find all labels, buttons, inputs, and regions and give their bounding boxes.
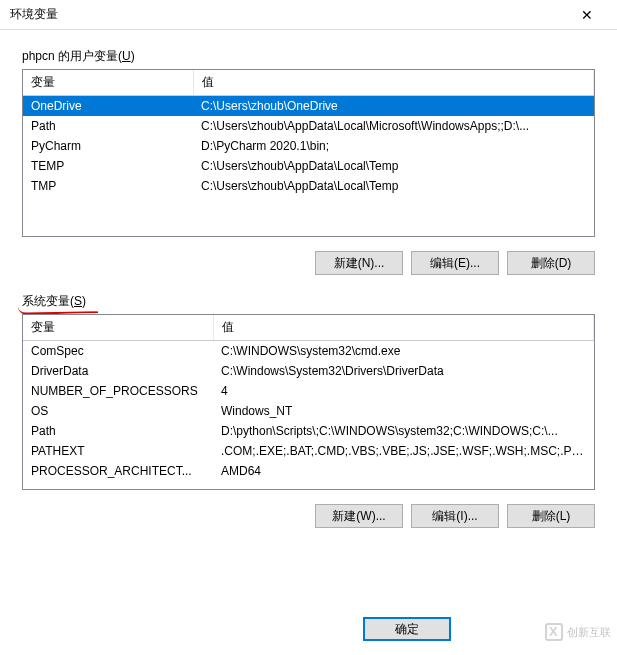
system-vars-buttons: 新建(W)... 编辑(I)... 删除(L)	[22, 490, 595, 546]
watermark: 创新互联	[545, 623, 611, 641]
system-vars-table-wrap[interactable]: 变量 值 ComSpecC:\WINDOWS\system32\cmd.exeD…	[22, 314, 595, 490]
var-name-cell: NUMBER_OF_PROCESSORS	[23, 381, 213, 401]
var-value-cell: AMD64	[213, 461, 594, 481]
watermark-text: 创新互联	[567, 625, 611, 640]
sys-col-name[interactable]: 变量	[23, 315, 213, 341]
titlebar: 环境变量 ✕	[0, 0, 617, 30]
var-name-cell: Path	[23, 421, 213, 441]
system-vars-section: 系统变量(S) 变量 值 ComSpecC:\WINDOWS\system32\…	[22, 293, 595, 546]
var-value-cell: C:\Windows\System32\Drivers\DriverData	[213, 361, 594, 381]
table-row[interactable]: DriverDataC:\Windows\System32\Drivers\Dr…	[23, 361, 594, 381]
table-row[interactable]: ComSpecC:\WINDOWS\system32\cmd.exe	[23, 341, 594, 362]
system-vars-table: 变量 值 ComSpecC:\WINDOWS\system32\cmd.exeD…	[23, 315, 594, 481]
table-row[interactable]: PROCESSOR_ARCHITECT...AMD64	[23, 461, 594, 481]
user-col-name[interactable]: 变量	[23, 70, 193, 96]
var-name-cell: OneDrive	[23, 96, 193, 117]
var-value-cell: 4	[213, 381, 594, 401]
table-row[interactable]: TEMPC:\Users\zhoub\AppData\Local\Temp	[23, 156, 594, 176]
var-value-cell: C:\Users\zhoub\AppData\Local\Microsoft\W…	[193, 116, 594, 136]
system-vars-label: 系统变量(S)	[22, 293, 86, 310]
watermark-logo-icon	[545, 623, 563, 641]
table-row[interactable]: PathC:\Users\zhoub\AppData\Local\Microso…	[23, 116, 594, 136]
table-row[interactable]: PyCharmD:\PyCharm 2020.1\bin;	[23, 136, 594, 156]
var-name-cell: PATHEXT	[23, 441, 213, 461]
table-row[interactable]: OSWindows_NT	[23, 401, 594, 421]
var-value-cell: C:\Users\zhoub\AppData\Local\Temp	[193, 156, 594, 176]
var-name-cell: TEMP	[23, 156, 193, 176]
var-value-cell: .COM;.EXE;.BAT;.CMD;.VBS;.VBE;.JS;.JSE;.…	[213, 441, 594, 461]
var-value-cell: C:\Users\zhoub\OneDrive	[193, 96, 594, 117]
close-icon[interactable]: ✕	[567, 7, 607, 23]
user-col-value[interactable]: 值	[193, 70, 594, 96]
var-name-cell: OS	[23, 401, 213, 421]
user-vars-table: 变量 值 OneDriveC:\Users\zhoub\OneDrivePath…	[23, 70, 594, 196]
sys-delete-button[interactable]: 删除(L)	[507, 504, 595, 528]
var-name-cell: PyCharm	[23, 136, 193, 156]
user-delete-button[interactable]: 删除(D)	[507, 251, 595, 275]
sys-col-value[interactable]: 值	[213, 315, 594, 341]
var-value-cell: D:\python\Scripts\;C:\WINDOWS\system32;C…	[213, 421, 594, 441]
var-value-cell: D:\PyCharm 2020.1\bin;	[193, 136, 594, 156]
table-row[interactable]: NUMBER_OF_PROCESSORS4	[23, 381, 594, 401]
user-vars-table-wrap[interactable]: 变量 值 OneDriveC:\Users\zhoub\OneDrivePath…	[22, 69, 595, 237]
var-name-cell: Path	[23, 116, 193, 136]
var-name-cell: ComSpec	[23, 341, 213, 362]
var-value-cell: Windows_NT	[213, 401, 594, 421]
var-value-cell: C:\Users\zhoub\AppData\Local\Temp	[193, 176, 594, 196]
dialog-content: phpcn 的用户变量(U) 变量 值 OneDriveC:\Users\zho…	[0, 30, 617, 556]
user-edit-button[interactable]: 编辑(E)...	[411, 251, 499, 275]
sys-new-button[interactable]: 新建(W)...	[315, 504, 403, 528]
user-vars-buttons: 新建(N)... 编辑(E)... 删除(D)	[22, 237, 595, 293]
sys-edit-button[interactable]: 编辑(I)...	[411, 504, 499, 528]
table-row[interactable]: PathD:\python\Scripts\;C:\WINDOWS\system…	[23, 421, 594, 441]
var-value-cell: C:\WINDOWS\system32\cmd.exe	[213, 341, 594, 362]
var-name-cell: DriverData	[23, 361, 213, 381]
table-row[interactable]: TMPC:\Users\zhoub\AppData\Local\Temp	[23, 176, 594, 196]
ok-button[interactable]: 确定	[363, 617, 451, 641]
user-new-button[interactable]: 新建(N)...	[315, 251, 403, 275]
var-name-cell: TMP	[23, 176, 193, 196]
var-name-cell: PROCESSOR_ARCHITECT...	[23, 461, 213, 481]
table-row[interactable]: OneDriveC:\Users\zhoub\OneDrive	[23, 96, 594, 117]
user-vars-section: phpcn 的用户变量(U) 变量 值 OneDriveC:\Users\zho…	[22, 48, 595, 293]
user-vars-label: phpcn 的用户变量(U)	[22, 48, 135, 65]
window-title: 环境变量	[10, 6, 567, 23]
table-row[interactable]: PATHEXT.COM;.EXE;.BAT;.CMD;.VBS;.VBE;.JS…	[23, 441, 594, 461]
dialog-footer: 确定 取消	[363, 617, 547, 641]
